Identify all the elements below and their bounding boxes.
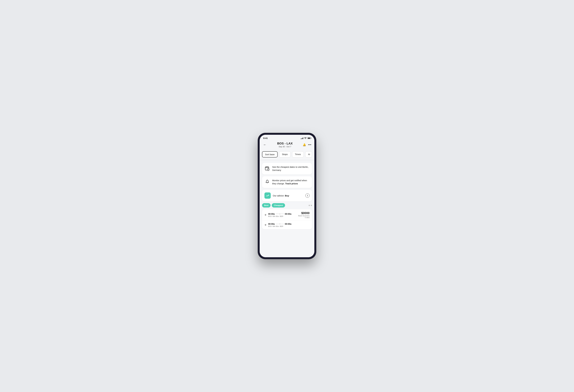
flight-price-col: $0000 Basic Economy 5 sites — [298, 211, 309, 218]
flight-codes: BOS 00h 00m BER — [268, 225, 291, 227]
origin-code: BOS — [268, 216, 272, 217]
notification-bell-icon — [265, 179, 270, 185]
flight-price: $0000 — [298, 211, 309, 215]
duration: 00h 00m — [272, 216, 279, 217]
best-cheapest-tabs: Best Cheapest — [262, 203, 285, 208]
origin-code: BOS — [268, 225, 272, 227]
cheapest-dates-card[interactable]: See the cheapest dates to visit Berlin, … — [262, 163, 312, 175]
best-tab[interactable]: Best — [262, 203, 270, 208]
filter-tab-sort-base[interactable]: Sort base — [262, 151, 278, 157]
depart-time: 00:00a — [268, 213, 275, 215]
cheapest-dates-text: See the cheapest dates to visit Berlin, … — [272, 166, 309, 172]
track-prices-text: Monitor prices and get notified when the… — [272, 179, 309, 185]
advice-left: Our advice: Buy — [265, 192, 289, 199]
arrive-time: 00:00a — [285, 223, 291, 225]
pagination-dots — [309, 205, 312, 206]
date-range: Sep 30 - Oct 7 — [267, 145, 303, 148]
status-icons — [301, 137, 311, 139]
info-icon[interactable]: i — [305, 194, 309, 198]
dest-code: BER — [280, 225, 283, 227]
back-button[interactable]: ← — [263, 142, 267, 147]
filter-tab-stops[interactable]: Stops — [279, 151, 290, 157]
dot-2 — [311, 205, 312, 206]
filter-tabs: Sort base Stops Times Ai — [260, 150, 314, 160]
advice-text: Our advice: Buy — [273, 194, 289, 197]
plane-icon: ✈ — [265, 213, 267, 217]
flight-codes: BOS 00h 00m BER — [268, 216, 291, 217]
result-tabs: Best Cheapest — [262, 203, 312, 208]
svg-point-0 — [305, 139, 306, 139]
flight-line — [276, 223, 284, 224]
bell-icon[interactable]: 🔔 — [303, 143, 306, 146]
wifi-icon — [304, 137, 307, 139]
dot-1 — [309, 205, 310, 206]
flight-class: Basic Economy — [298, 215, 309, 217]
header-actions: 🔔 ••• — [303, 143, 311, 146]
filter-tab-times[interactable]: Times — [292, 151, 304, 157]
duration: 00h 00m — [272, 225, 279, 227]
status-bar: 9:41 — [260, 135, 314, 140]
depart-time: 00:00a — [268, 223, 275, 225]
flight-times: 00:00a 00:00a — [268, 213, 291, 215]
header-center: BOS - LAX Sep 30 - Oct 7 — [267, 142, 303, 148]
phone-frame: 9:41 ← — [258, 133, 316, 259]
plane-icon: ✈ — [265, 223, 267, 227]
flight-sites: 5 sites — [298, 217, 309, 218]
flight-left: ✈ 00:00a 00:00a — [265, 213, 298, 217]
header: ← BOS - LAX Sep 30 - Oct 7 🔔 ••• — [260, 140, 314, 150]
cheapest-tab[interactable]: Cheapest — [272, 203, 285, 208]
status-time: 9:41 — [263, 137, 268, 139]
trending-up-icon — [265, 192, 271, 199]
flight-left: ✈ 00:00a 00:00a — [265, 223, 309, 227]
content-area: See the cheapest dates to visit Berlin, … — [260, 160, 314, 257]
flight-route: 00:00a 00:00a BOS 00h 00m — [268, 223, 291, 227]
more-icon[interactable]: ••• — [308, 143, 311, 146]
signal-icon — [301, 137, 303, 139]
track-prices-card[interactable]: Monitor prices and get notified when the… — [262, 176, 312, 188]
flight-route: 00:00a 00:00a BOS 00h 00m — [268, 213, 291, 217]
phone-screen: 9:41 ← — [260, 135, 314, 257]
battery-icon — [308, 137, 311, 139]
flight-row[interactable]: ✈ 00:00a 00:00a — [262, 221, 312, 229]
filter-tab-airlines[interactable]: Ai — [305, 151, 312, 157]
flight-results: ✈ 00:00a 00:00a — [262, 209, 312, 229]
calendar-clock-icon — [265, 166, 270, 171]
flight-line — [276, 214, 284, 214]
flight-row[interactable]: ✈ 00:00a 00:00a — [262, 209, 312, 221]
arrive-time: 00:00a — [285, 213, 291, 215]
flight-times: 00:00a 00:00a — [268, 223, 291, 225]
svg-point-3 — [267, 180, 267, 180]
advice-card[interactable]: Our advice: Buy i — [262, 190, 312, 201]
page-title: BOS - LAX — [267, 142, 303, 145]
dest-code: BER — [280, 216, 283, 217]
